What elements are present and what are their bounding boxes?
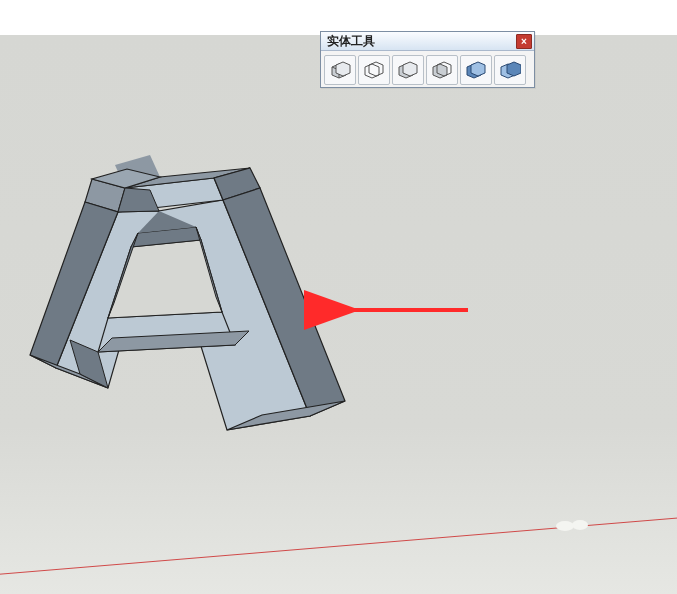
subtract-icon [431, 60, 453, 80]
app-window: { "toolbar": { "title": "实体工具", "close_l… [0, 0, 677, 594]
model-a-frame[interactable] [30, 155, 345, 430]
svg-marker-33 [471, 62, 485, 76]
outer-shell-icon [329, 60, 351, 80]
close-button[interactable]: × [516, 34, 532, 49]
scene-decoration [572, 520, 588, 530]
solid-tools-titlebar[interactable]: 实体工具 × [321, 32, 534, 51]
outer-shell-tool[interactable] [324, 55, 356, 85]
scene-decoration [556, 521, 574, 531]
svg-marker-25 [336, 62, 350, 76]
intersect-icon [363, 60, 385, 80]
intersect-tool[interactable] [358, 55, 390, 85]
viewport-canvas [0, 35, 677, 594]
split-icon [499, 60, 521, 80]
solid-tools-toolbar[interactable]: 实体工具 × [320, 31, 535, 88]
svg-marker-27 [369, 62, 383, 76]
union-tool[interactable] [392, 55, 424, 85]
modeling-viewport[interactable] [0, 35, 677, 594]
trim-tool[interactable] [460, 55, 492, 85]
svg-marker-29 [403, 62, 417, 76]
split-tool[interactable] [494, 55, 526, 85]
close-icon: × [521, 36, 527, 47]
trim-icon [465, 60, 487, 80]
solid-tools-row [321, 51, 534, 89]
solid-tools-title: 实体工具 [327, 34, 375, 48]
union-icon [397, 60, 419, 80]
svg-marker-35 [507, 62, 521, 76]
subtract-tool[interactable] [426, 55, 458, 85]
